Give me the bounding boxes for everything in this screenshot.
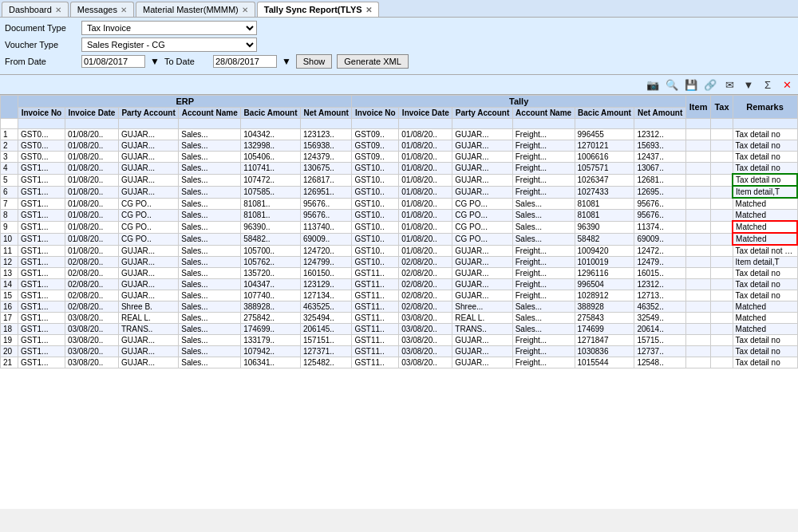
filter-erp-party-input[interactable] [119, 119, 178, 128]
erp-party: GUJAR... [118, 245, 178, 257]
erp-net: 160150.. [300, 268, 351, 279]
erp-net: 206145.. [300, 324, 351, 335]
tab-messages-close[interactable]: ✕ [120, 6, 127, 14]
erp-inv: GST1... [18, 198, 65, 210]
tabs-bar: Dashboard ✕ Messages ✕ Material Master(M… [0, 0, 798, 18]
erp-inv: GST1... [18, 335, 65, 346]
filter-tally-date-input[interactable] [399, 119, 452, 128]
tally-date: 03/08/20.. [399, 335, 452, 346]
from-date-dropdown-icon[interactable]: ▼ [150, 56, 160, 67]
table-row: 9GST1...01/08/20..CG PO..Sales...96390..… [1, 221, 798, 233]
table-row: 19GST1...03/08/20..GUJAR...Sales...13317… [1, 335, 798, 346]
col-remarks-header: Remarks [733, 96, 797, 119]
filter-erp-acc-input[interactable] [179, 119, 240, 128]
tally-net: 12737.. [634, 346, 685, 357]
filter-tally-acc-input[interactable] [513, 119, 575, 128]
filter-tally-party-input[interactable] [452, 119, 512, 128]
voucher-type-select[interactable]: Sales Register - CG [81, 37, 257, 52]
item [685, 313, 711, 324]
tab-material-master[interactable]: Material Master(MMMM) ✕ [136, 2, 255, 17]
filter-erp-net-input[interactable] [301, 119, 351, 128]
item [685, 245, 711, 257]
tally-basic: 1006616 [575, 152, 634, 163]
filter-erp-basic-input[interactable] [241, 119, 300, 128]
filter-tally-inv-input[interactable] [352, 119, 398, 128]
sum-icon[interactable]: Σ [760, 77, 776, 93]
tab-dashboard-close[interactable]: ✕ [55, 6, 61, 14]
remarks: Tax detail no [733, 129, 797, 140]
tally-party: GUJAR... [452, 152, 512, 163]
erp-acc: Sales... [179, 245, 241, 257]
tally-inv: GST09.. [352, 129, 399, 140]
tally-date: 01/08/20.. [399, 140, 452, 152]
erp-party: GUJAR... [118, 335, 178, 346]
tally-inv: GST10.. [352, 233, 399, 245]
generate-xml-button[interactable]: Generate XML [337, 54, 409, 69]
search-icon[interactable]: 🔍 [664, 77, 680, 93]
erp-net: 463525.. [300, 301, 351, 313]
camera-icon[interactable]: 📷 [645, 77, 661, 93]
erp-acc: Sales... [179, 233, 241, 245]
row-no: 10 [1, 233, 18, 245]
erp-basic: 58482.. [241, 233, 301, 245]
tab-dashboard[interactable]: Dashboard ✕ [2, 2, 69, 17]
table-row: 11GST1...01/08/20..GUJAR...Sales...10570… [1, 245, 798, 257]
tab-tally-sync[interactable]: Tally Sync Report(TLYS ✕ [257, 2, 379, 17]
tab-material-master-close[interactable]: ✕ [242, 6, 248, 14]
to-date-input[interactable] [213, 55, 277, 68]
row-no: 5 [1, 174, 18, 186]
row-no: 18 [1, 324, 18, 335]
filter-item [685, 119, 711, 129]
filter-erp-net [300, 119, 351, 129]
filter-icon[interactable]: ▼ [741, 77, 757, 93]
show-button[interactable]: Show [296, 54, 333, 69]
tally-acc-name: Account Name [512, 108, 575, 119]
email-icon[interactable]: ✉ [721, 77, 737, 93]
from-date-input[interactable] [81, 55, 145, 68]
erp-party: CG PO.. [118, 210, 178, 222]
table-row: 14GST1...02/08/20..GUJAR...Sales...10434… [1, 279, 798, 290]
tally-basic: 1026347 [575, 174, 634, 186]
filter-tax-input[interactable] [711, 119, 732, 128]
erp-inv: GST1... [18, 174, 65, 186]
tally-basic: 58482 [575, 233, 634, 245]
row-no: 20 [1, 346, 18, 357]
erp-inv: GST1... [18, 313, 65, 324]
tally-basic: 81081 [575, 210, 634, 222]
filter-tally-basic-input[interactable] [575, 119, 634, 128]
filter-remarks-input[interactable] [733, 119, 797, 128]
erp-acc: Sales... [179, 301, 241, 313]
tally-acc: Freight... [512, 174, 575, 186]
doc-type-select[interactable]: Tax Invoice [81, 21, 257, 35]
tally-party: GUJAR... [452, 140, 512, 152]
to-date-dropdown-icon[interactable]: ▼ [282, 56, 291, 67]
tab-messages[interactable]: Messages ✕ [70, 2, 134, 17]
tax [711, 140, 733, 152]
tally-party: TRANS.. [452, 324, 512, 335]
erp-date: 01/08/20.. [65, 174, 118, 186]
tally-date: 01/08/20.. [399, 245, 452, 257]
tally-date: 03/08/20.. [399, 357, 452, 368]
erp-basic: 107585.. [241, 186, 301, 198]
item [685, 198, 711, 210]
filter-erp-date-input[interactable] [65, 119, 118, 128]
tally-basic: 996455 [575, 129, 634, 140]
filter-item-input[interactable] [686, 119, 711, 128]
tally-acc: Sales... [512, 221, 575, 233]
action-bar: 📷 🔍 💾 🔗 ✉ ▼ Σ ✕ [0, 75, 798, 95]
save-icon[interactable]: 💾 [683, 77, 699, 93]
tax [711, 174, 733, 186]
from-date-label: From Date [5, 57, 77, 66]
filter-tally-net-input[interactable] [634, 119, 685, 128]
row-no: 11 [1, 245, 18, 257]
link-icon[interactable]: 🔗 [702, 77, 718, 93]
row-no: 8 [1, 210, 18, 222]
erp-net: 125482.. [300, 357, 351, 368]
filter-erp-inv-input[interactable] [18, 119, 65, 128]
close-icon[interactable]: ✕ [779, 77, 795, 93]
table-row: 12GST1...02/08/20..GUJAR...Sales...10576… [1, 257, 798, 268]
grid-container[interactable]: ERP Tally Item Tax Remarks Invoice No In… [0, 95, 798, 509]
tax [711, 290, 733, 301]
erp-basic: 104342.. [241, 129, 301, 140]
tab-tally-sync-close[interactable]: ✕ [365, 6, 372, 14]
